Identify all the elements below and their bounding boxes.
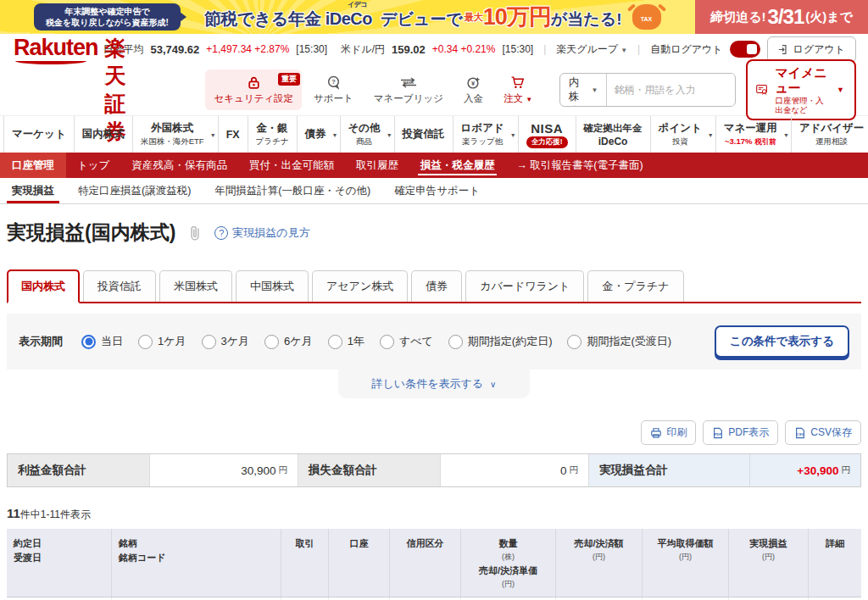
asset-tab-covered-warrant[interactable]: カバードワラント — [465, 270, 584, 302]
print-button[interactable]: 印刷 — [641, 420, 696, 445]
nav-item-domestic-stock[interactable]: 国内株式 — [74, 116, 132, 153]
support-link[interactable]: ? サポート — [305, 69, 362, 110]
asset-class-tabs: 国内株式 投資信託 米国株式 中国株式 アセアン株式 債券 カバードワラント 金… — [7, 269, 861, 303]
nav-item-gold-platinum[interactable]: 金・銀 プラチナ — [248, 116, 297, 153]
asset-tab-gold-platinum[interactable]: 金・プラチナ — [587, 270, 683, 302]
profit-total-value: 30,900円 — [150, 454, 298, 486]
svg-text:?: ? — [331, 78, 336, 86]
search-box: 国内株式 ▼ — [559, 73, 736, 107]
asset-tab-funds[interactable]: 投資信託 — [83, 270, 156, 302]
nav-item-money-management[interactable]: マネー運用 ~3.17% 税引前 ▼ — [715, 116, 791, 153]
promo-max-label: 最大 — [465, 11, 483, 24]
nav-item-advisor[interactable]: アドバイザー 運用相談 ▼ — [791, 116, 868, 153]
logout-icon — [778, 44, 789, 55]
deposit-link[interactable]: ¥ 入金 — [455, 69, 492, 110]
tab-tax-return-support[interactable]: 確定申告サポート — [382, 178, 492, 203]
result-count: 11件中1-11件表示 — [7, 506, 861, 522]
page-title: 実現損益(国内株式) — [7, 219, 175, 246]
realized-pl-total-label: 実現損益合計 — [589, 454, 750, 486]
mymenu-icon — [756, 81, 769, 98]
radio-period-3months[interactable]: 3ケ月 — [202, 334, 250, 349]
nav-item-fx[interactable]: FX — [218, 116, 248, 153]
search-category-select[interactable]: 国内株式 ▼ — [560, 74, 607, 106]
subnav-top[interactable]: トップ — [66, 153, 120, 178]
radio-period-today[interactable]: 当日 — [81, 334, 123, 349]
tab-realized-pl[interactable]: 実現損益 — [0, 178, 66, 203]
asset-tab-asean-stock[interactable]: アセアン株式 — [312, 270, 408, 302]
logout-button[interactable]: ログアウト — [767, 36, 856, 63]
loss-total-value: 0円 — [441, 454, 589, 486]
chevron-down-icon: ▼ — [526, 96, 532, 103]
nav-item-bonds[interactable]: 債券 ▼ — [297, 116, 340, 153]
promo-ideco-ruby: イデコ — [348, 0, 367, 9]
promo-banner[interactable]: 年末調整や確定申告で 税金を取り戻しながら資産形成! イデコ節税できる年金 iD… — [0, 0, 868, 34]
site-header: Rakuten 楽天証券 重要 セキュリティ設定 ? サポート BANK マネー… — [0, 64, 868, 115]
pdf-view-button[interactable]: PDF PDF表示 — [703, 420, 778, 445]
subnav-trade-history[interactable]: 取引履歴 — [345, 153, 409, 178]
asset-tab-us-stock[interactable]: 米国株式 — [159, 270, 232, 302]
promo-ideco-text: イデコ節税できる年金 iDeCo — [204, 8, 372, 31]
tab-annual-pl[interactable]: 年間損益計算(一般口座・その他) — [203, 178, 382, 203]
mymenu-label: マイメニュー — [775, 65, 831, 96]
auto-logout-toggle[interactable] — [730, 41, 760, 58]
asset-tab-domestic-stock[interactable]: 国内株式 — [7, 269, 80, 303]
asset-tab-bonds[interactable]: 債券 — [411, 270, 462, 302]
pl-section-tabs: 実現損益 特定口座損益(譲渡益税) 年間損益計算(一般口座・その他) 確定申告サ… — [0, 178, 868, 204]
tab-specific-account-pl[interactable]: 特定口座損益(譲渡益税) — [66, 178, 203, 203]
subnav-holdings[interactable]: 資産残高・保有商品 — [120, 153, 238, 178]
loss-total-label: 損失金額合計 — [298, 454, 441, 486]
nav-item-roboad[interactable]: ロボアド 楽ラップ他 ▼ — [453, 116, 518, 153]
svg-text:BANK: BANK — [403, 81, 415, 85]
radio-period-1year[interactable]: 1年 — [328, 334, 364, 349]
svg-text:PDF: PDF — [715, 431, 722, 436]
nav-item-funds[interactable]: 投資信託 — [394, 116, 453, 153]
subnav-trade-reports[interactable]: → 取引報告書等(電子書面) — [505, 153, 654, 178]
promo-badge-line1: 年末調整や確定申告で — [46, 6, 169, 17]
moneybridge-link[interactable]: BANK マネーブリッジ — [365, 69, 452, 110]
asset-tab-china-stock[interactable]: 中国株式 — [236, 270, 309, 302]
lock-icon — [247, 75, 261, 90]
radio-period-custom-settle-date[interactable]: 期間指定(受渡日) — [567, 334, 671, 349]
nav-item-other-products[interactable]: その他 商品 ▼ — [340, 116, 394, 153]
chevron-down-icon: ▼ — [510, 131, 516, 137]
mymenu-button[interactable]: マイメニュー 口座管理・入出金など ▼ — [746, 59, 856, 121]
paperclip-icon[interactable] — [187, 225, 203, 242]
nav-item-ideco[interactable]: 確定拠出年金 iDeCo — [576, 116, 650, 153]
main-content: 実現損益(国内株式) ? 実現損益の見方 国内株式 投資信託 米国株式 中国株式… — [0, 219, 868, 600]
promo-amount: 10万円 — [483, 2, 551, 32]
show-detail-conditions-link[interactable]: 詳しい条件を表示する ∨ — [338, 369, 531, 398]
usdjpy-time: [15:30] — [502, 43, 533, 55]
csv-save-button[interactable]: CSV CSV保存 — [785, 420, 861, 445]
security-settings-link[interactable]: 重要 セキュリティ設定 — [205, 69, 302, 110]
radio-period-6months[interactable]: 6ケ月 — [264, 334, 313, 349]
col-header-account: 口座 — [329, 529, 390, 597]
subnav-account-management[interactable]: 口座管理 — [0, 153, 66, 178]
profit-total-label: 利益金額合計 — [8, 454, 150, 486]
chevron-down-icon: ▼ — [708, 131, 714, 137]
divider: | — [637, 43, 640, 55]
order-link[interactable]: 注文 ▼ — [495, 69, 541, 110]
apply-filter-button[interactable]: この条件で表示する — [715, 325, 849, 358]
pl-help-link[interactable]: ? 実現損益の見方 — [214, 225, 309, 241]
subnav-pl-tax-history[interactable]: 損益・税金履歴 — [409, 153, 506, 178]
divider: | — [543, 43, 546, 55]
search-icon[interactable] — [734, 83, 736, 97]
radio-icon — [138, 335, 153, 349]
radio-period-all[interactable]: すべて — [380, 334, 433, 349]
radio-period-1month[interactable]: 1ケ月 — [138, 334, 186, 349]
realized-pl-total-value: +30,900円 — [750, 454, 860, 486]
rakuten-group-menu[interactable]: 楽天グループ▼ — [556, 42, 627, 57]
col-header-amount: 売却/決済額 (円) — [556, 529, 643, 597]
nav-item-point-invest[interactable]: ポイント 投資 ▼ — [650, 116, 715, 153]
radio-period-custom-trade-date[interactable]: 期間指定(約定日) — [448, 334, 553, 349]
nav-item-nisa[interactable]: NISA 全力応援! — [518, 116, 576, 153]
nav-item-foreign-stock[interactable]: 外国株式 米国株・海外ETF ▼ — [132, 116, 218, 153]
detail-toggle-row: 詳しい条件を表示する ∨ — [7, 369, 861, 398]
search-input[interactable] — [607, 74, 734, 106]
important-badge: 重要 — [278, 73, 300, 86]
radio-icon — [328, 335, 342, 349]
nav-item-market[interactable]: マーケット — [3, 116, 74, 153]
bank-transfer-icon: BANK — [399, 75, 418, 90]
subnav-available-funds[interactable]: 買付・出金可能額 — [238, 153, 345, 178]
realized-pl-table: 約定日 受渡日 銘柄 銘柄コード 取引 口座 信用区分 数量 (株) 売却/決済… — [7, 529, 861, 600]
